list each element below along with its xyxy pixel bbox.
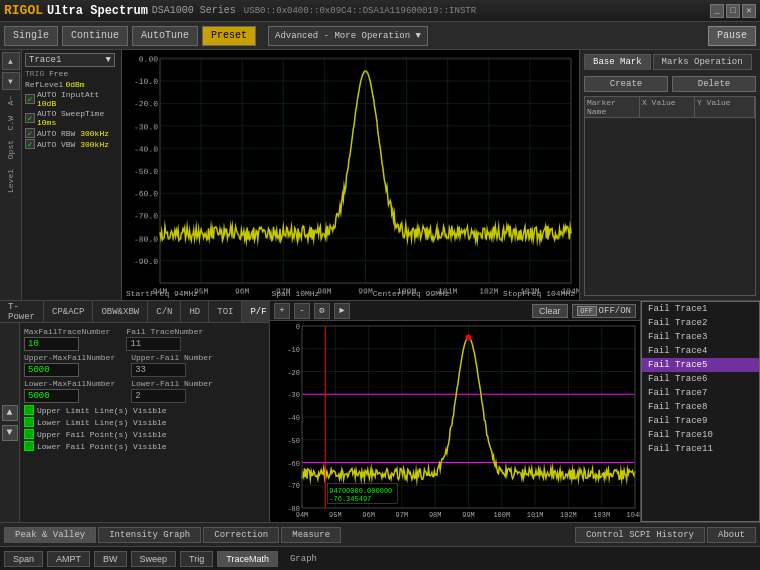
pause-button[interactable]: Pause bbox=[708, 26, 756, 46]
upper-max-fail-group: Upper-MaxFailNumber 5000 bbox=[24, 353, 115, 377]
marker-panel: Base Mark Marks Operation Create Delete … bbox=[580, 50, 760, 300]
peak-valley-tab[interactable]: Peak & Valley bbox=[4, 527, 96, 543]
pf-nav-down[interactable]: ▼ bbox=[2, 425, 18, 441]
trace-param-panel: Trace1 ▼ TRIG Free RefLevel 0dBm ✓ AUTO … bbox=[22, 50, 122, 300]
trace-dd-item-2[interactable]: Fail Trace2 bbox=[642, 316, 759, 330]
marker-actions: Create Delete bbox=[584, 76, 756, 92]
auto-sweep-check[interactable]: ✓ bbox=[25, 113, 35, 123]
clear-button[interactable]: Clear bbox=[532, 304, 568, 318]
tracemath-status-btn[interactable]: TraceMath bbox=[217, 551, 278, 567]
advanced-button[interactable]: Advanced - More Operation ▼ bbox=[268, 26, 428, 46]
trace-dd-item-4[interactable]: Fail Trace4 bbox=[642, 344, 759, 358]
trace-dd-item-5[interactable]: Fail Trace5 bbox=[642, 358, 759, 372]
cb-lower-fail-point: Lower Fail Point(s) Visible bbox=[24, 441, 265, 451]
usb-info: USB0::0x0400::0x09C4::DSA1A119600019::IN… bbox=[244, 6, 710, 16]
cb-lower-limit-line-check[interactable] bbox=[24, 417, 34, 427]
offon-button[interactable]: OFF OFF/ON bbox=[572, 304, 636, 318]
tab-tpower[interactable]: T-Power bbox=[0, 301, 44, 322]
continue-button[interactable]: Continue bbox=[62, 26, 128, 46]
graph-label: Graph bbox=[290, 554, 317, 564]
cw-mode-label: C.W bbox=[6, 116, 15, 130]
upper-fail-row: Upper-MaxFailNumber 5000 Upper-Fail Numb… bbox=[24, 353, 265, 377]
pf-nav-up[interactable]: ▲ bbox=[2, 405, 18, 421]
trig-status-btn[interactable]: Trig bbox=[180, 551, 213, 567]
correction-tab[interactable]: Correction bbox=[203, 527, 279, 543]
mini-zoom-plus-button[interactable]: + bbox=[274, 303, 290, 319]
sweep-status-btn[interactable]: Sweep bbox=[131, 551, 177, 567]
max-fail-trace-field[interactable]: 10 bbox=[24, 337, 79, 351]
maximize-button[interactable]: □ bbox=[726, 4, 740, 18]
lower-max-fail-field[interactable]: 5000 bbox=[24, 389, 79, 403]
span-status-btn[interactable]: Span bbox=[4, 551, 43, 567]
cb-upper-limit-line-label: Upper Limit Line(s) Visible bbox=[37, 406, 167, 415]
trig-value: Free bbox=[49, 69, 68, 78]
upper-fail-field: 33 bbox=[131, 363, 186, 377]
upper-fail-label: Upper-Fail Number bbox=[131, 353, 213, 362]
trace-dd-item-8[interactable]: Fail Trace8 bbox=[642, 400, 759, 414]
upper-max-fail-field[interactable]: 5000 bbox=[24, 363, 79, 377]
mini-arrow-button[interactable]: ► bbox=[334, 303, 350, 319]
marker-tabs: Base Mark Marks Operation bbox=[584, 54, 756, 70]
cb-upper-limit-line-check[interactable] bbox=[24, 405, 34, 415]
auto-rbw-row: ✓ AUTO RBW 300kHz bbox=[25, 128, 118, 138]
trace-dd-item-7[interactable]: Fail Trace7 bbox=[642, 386, 759, 400]
cb-lower-fail-point-label: Lower Fail Point(s) Visible bbox=[37, 442, 167, 451]
preset-button[interactable]: Preset bbox=[202, 26, 256, 46]
pf-nav-container: ▲ ▼ bbox=[0, 323, 20, 522]
minimize-button[interactable]: _ bbox=[710, 4, 724, 18]
main-layout: ▲ ▼ A~ C.W Opst Level Trace1 ▼ TRIG Free… bbox=[0, 50, 760, 300]
pv-down-button[interactable]: ▼ bbox=[2, 72, 20, 90]
mini-zoom-minus-button[interactable]: - bbox=[294, 303, 310, 319]
ampt-status-btn[interactable]: AMPT bbox=[47, 551, 90, 567]
autotune-button[interactable]: AutoTune bbox=[132, 26, 198, 46]
cb-lower-fail-point-check[interactable] bbox=[24, 441, 34, 451]
trace-dd-item-9[interactable]: Fail Trace9 bbox=[642, 414, 759, 428]
cb-upper-fail-point-check[interactable] bbox=[24, 429, 34, 439]
auto-input-check[interactable]: ✓ bbox=[25, 94, 35, 104]
marker-col-y: Y Value bbox=[695, 97, 755, 117]
trace-dd-item-3[interactable]: Fail Trace3 bbox=[642, 330, 759, 344]
trace-dd-item-10[interactable]: Fail Trace10 bbox=[642, 428, 759, 442]
base-mark-tab[interactable]: Base Mark bbox=[584, 54, 651, 70]
close-button[interactable]: ✕ bbox=[742, 4, 756, 18]
create-marker-button[interactable]: Create bbox=[584, 76, 668, 92]
marker-col-x: X Value bbox=[640, 97, 695, 117]
tab-obwxbw[interactable]: OBW&XBW bbox=[93, 301, 148, 322]
marks-operation-tab[interactable]: Marks Operation bbox=[653, 54, 752, 70]
upper-fail-group: Upper-Fail Number 33 bbox=[131, 353, 213, 377]
trace-dd-item-11[interactable]: Fail Trace11 bbox=[642, 442, 759, 456]
center-freq-label: CenterFreq 99MHz bbox=[373, 289, 450, 298]
trace-selector[interactable]: Trace1 ▼ bbox=[25, 53, 115, 67]
auto-input-label: AUTO InputAtt 10dB bbox=[37, 90, 118, 108]
upper-max-fail-label: Upper-MaxFailNumber bbox=[24, 353, 115, 362]
opst-label: Opst bbox=[6, 140, 15, 159]
product-name: Ultra Spectrum bbox=[47, 4, 148, 18]
tab-cpacp[interactable]: CP&ACP bbox=[44, 301, 93, 322]
lower-fail-group: Lower-Fail Number 2 bbox=[131, 379, 213, 403]
about-tab[interactable]: About bbox=[707, 527, 756, 543]
lower-max-fail-label: Lower-MaxFailNumber bbox=[24, 379, 115, 388]
cb-upper-limit-line: Upper Limit Line(s) Visible bbox=[24, 405, 265, 415]
measurement-tabs: T-Power CP&ACP OBW&XBW C/N HD TOI P/F bbox=[0, 301, 269, 323]
bw-status-btn[interactable]: BW bbox=[94, 551, 127, 567]
spectrum-canvas[interactable] bbox=[122, 50, 579, 300]
pv-up-button[interactable]: ▲ bbox=[2, 52, 20, 70]
main-spectrum-display: StartFreq 94MHz Span 10MHz CenterFreq 99… bbox=[122, 50, 580, 300]
auto-vbw-row: ✓ AUTO VBW 300kHz bbox=[25, 139, 118, 149]
measure-tab[interactable]: Measure bbox=[281, 527, 341, 543]
auto-vbw-check[interactable]: ✓ bbox=[25, 139, 35, 149]
auto-rbw-check[interactable]: ✓ bbox=[25, 128, 35, 138]
mini-settings-button[interactable]: ⚙ bbox=[314, 303, 330, 319]
delete-marker-button[interactable]: Delete bbox=[672, 76, 756, 92]
start-freq-label: StartFreq 94MHz bbox=[126, 289, 198, 298]
tab-hd[interactable]: HD bbox=[181, 301, 209, 322]
mini-spectrum-canvas[interactable] bbox=[270, 321, 640, 522]
trace-dd-item-6[interactable]: Fail Trace6 bbox=[642, 372, 759, 386]
tab-cn[interactable]: C/N bbox=[148, 301, 181, 322]
single-button[interactable]: Single bbox=[4, 26, 58, 46]
tab-toi[interactable]: TOI bbox=[209, 301, 242, 322]
control-scpi-tab[interactable]: Control SCPI History bbox=[575, 527, 705, 543]
logo: RIGOL bbox=[4, 3, 43, 18]
intensity-graph-tab[interactable]: Intensity Graph bbox=[98, 527, 201, 543]
trace-dd-item-1[interactable]: Fail Trace1 bbox=[642, 302, 759, 316]
